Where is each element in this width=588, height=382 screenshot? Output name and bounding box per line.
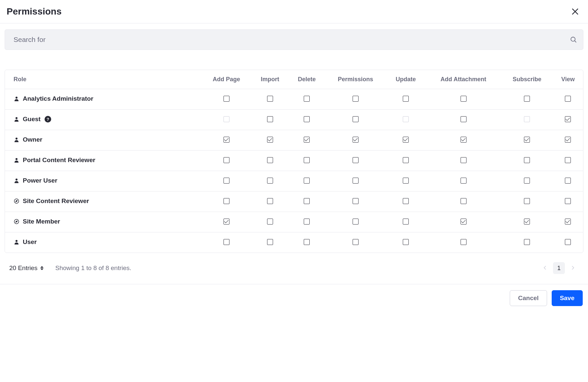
cancel-button[interactable]: Cancel [510,290,547,306]
perm-cell-update [386,212,426,232]
checkbox-import[interactable] [267,116,273,122]
checkbox-import[interactable] [267,157,273,163]
checkbox-add_attachment[interactable] [461,157,467,163]
close-button[interactable] [569,5,581,18]
checkbox-add_page[interactable] [224,198,229,204]
perm-cell-add_attachment [426,130,501,151]
perm-cell-import [251,171,289,191]
perm-cell-import [251,130,289,151]
checkbox-update[interactable] [403,137,409,143]
checkbox-import[interactable] [267,178,273,184]
compass-icon [14,219,19,225]
role-cell: Portal Content Reviewer [5,151,201,171]
checkbox-update[interactable] [403,219,409,225]
sort-icon [40,266,44,270]
checkbox-permissions[interactable] [353,157,359,163]
checkbox-update[interactable] [403,198,409,204]
checkbox-permissions[interactable] [353,96,359,102]
perm-cell-delete [289,191,325,212]
checkbox-update[interactable] [403,239,409,245]
checkbox-view[interactable] [565,219,571,225]
user-icon [14,239,19,245]
checkbox-view[interactable] [565,178,571,184]
table-header-delete: Delete [289,70,325,89]
user-icon [14,157,19,163]
checkbox-delete[interactable] [304,116,310,122]
checkbox-add_page[interactable] [224,178,229,184]
checkbox-permissions[interactable] [353,219,359,225]
checkbox-permissions[interactable] [353,137,359,143]
perm-cell-import [251,151,289,171]
entries-per-page-label: 20 Entries [9,264,38,272]
checkbox-permissions[interactable] [353,116,359,122]
checkbox-add_attachment[interactable] [461,219,467,225]
role-cell: Site Member [5,212,201,232]
checkbox-add_attachment[interactable] [461,137,467,143]
checkbox-subscribe [524,116,530,122]
help-icon[interactable]: ? [45,116,51,122]
checkbox-import[interactable] [267,96,273,102]
close-icon [571,12,579,17]
checkbox-view[interactable] [565,239,571,245]
perm-cell-add_page [201,191,251,212]
checkbox-add_page[interactable] [224,219,229,225]
search-bar [5,29,583,50]
checkbox-delete[interactable] [304,178,310,184]
checkbox-add_attachment[interactable] [461,116,467,122]
checkbox-import[interactable] [267,239,273,245]
checkbox-add_attachment[interactable] [461,239,467,245]
page-title: Permissions [7,6,62,17]
role-cell: Owner [5,130,201,151]
checkbox-delete[interactable] [304,96,310,102]
svg-point-10 [16,240,17,242]
checkbox-update[interactable] [403,157,409,163]
checkbox-add_attachment[interactable] [461,96,467,102]
checkbox-subscribe[interactable] [524,137,530,143]
checkbox-add_page[interactable] [224,96,229,102]
role-label: Site Member [14,218,60,225]
role-label: User [14,238,37,246]
checkbox-import[interactable] [267,137,273,143]
checkbox-subscribe[interactable] [524,178,530,184]
checkbox-permissions[interactable] [353,198,359,204]
checkbox-add_page [224,116,229,122]
checkbox-add_page[interactable] [224,239,229,245]
perm-cell-subscribe [501,130,553,151]
checkbox-delete[interactable] [304,157,310,163]
checkbox-add_attachment[interactable] [461,198,467,204]
checkbox-permissions[interactable] [353,239,359,245]
checkbox-update[interactable] [403,96,409,102]
checkbox-delete[interactable] [304,219,310,225]
checkbox-subscribe[interactable] [524,239,530,245]
checkbox-delete[interactable] [304,137,310,143]
search-input[interactable] [13,35,565,44]
checkbox-view[interactable] [565,137,571,143]
checkbox-delete[interactable] [304,198,310,204]
perm-cell-permissions [325,89,386,110]
pagination-page-1[interactable]: 1 [553,262,565,274]
checkbox-view[interactable] [565,157,571,163]
table-row: Site Content Reviewer [5,191,583,212]
checkbox-import[interactable] [267,198,273,204]
table-header-add-page: Add Page [201,70,251,89]
checkbox-subscribe[interactable] [524,96,530,102]
checkbox-subscribe[interactable] [524,198,530,204]
checkbox-update[interactable] [403,178,409,184]
perm-cell-permissions [325,171,386,191]
checkbox-add_page[interactable] [224,137,229,143]
checkbox-view[interactable] [565,96,571,102]
checkbox-delete[interactable] [304,239,310,245]
checkbox-add_page[interactable] [224,157,229,163]
save-button[interactable]: Save [552,290,583,306]
checkbox-add_attachment[interactable] [461,178,467,184]
pagination-next-button[interactable] [567,262,579,274]
checkbox-view[interactable] [565,198,571,204]
checkbox-subscribe[interactable] [524,219,530,225]
pagination-prev-button[interactable] [539,262,551,274]
entries-per-page-select[interactable]: 20 Entries [9,264,44,272]
checkbox-subscribe[interactable] [524,157,530,163]
role-name: Site Content Reviewer [23,197,89,205]
checkbox-import[interactable] [267,219,273,225]
checkbox-permissions[interactable] [353,178,359,184]
checkbox-view[interactable] [565,116,571,122]
